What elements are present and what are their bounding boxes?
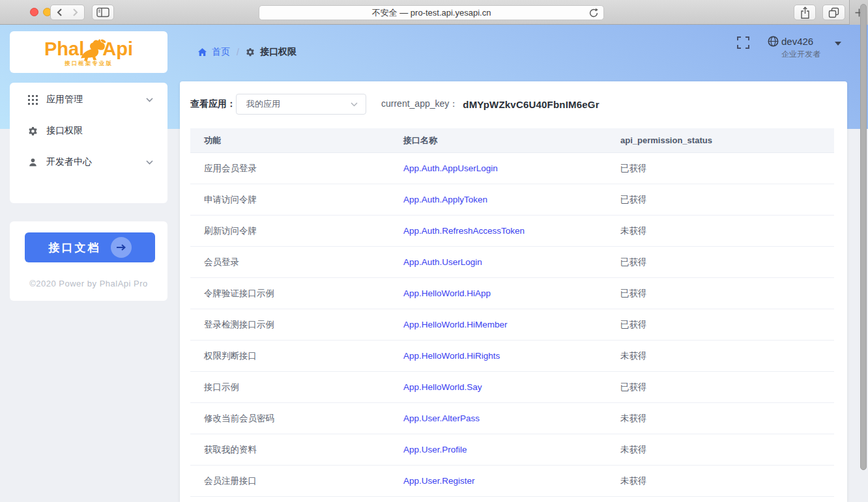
app-key-label: current_app_key： xyxy=(381,98,458,110)
share-icon xyxy=(800,7,810,19)
api-name-cell: App.User.Register xyxy=(403,476,620,486)
feature-cell: 会员注册接口 xyxy=(190,475,403,487)
grid-icon xyxy=(28,95,39,105)
address-bar[interactable]: 不安全 — pro-test.api.yesapi.cn xyxy=(259,5,604,20)
api-link[interactable]: App.HelloWorld.HiRights xyxy=(403,351,500,361)
sidebar-menu: 应用管理 接口权限 开发者中心 xyxy=(10,83,167,203)
dog-mascot-icon xyxy=(78,38,107,62)
app-select-value: 我的应用 xyxy=(246,98,351,110)
fullscreen-button[interactable] xyxy=(737,36,750,49)
sidebar-item-developer-center[interactable]: 开发者中心 xyxy=(10,146,167,178)
api-name-cell: App.User.Profile xyxy=(403,445,620,454)
address-bar-text: 不安全 — pro-test.api.yesapi.cn xyxy=(372,7,491,19)
logo-card[interactable]: Phal Api 接口框架专业版 xyxy=(10,31,167,73)
table-row: 刷新访问令牌 App.Auth.RefreshAccessToken 未获得 xyxy=(190,216,834,247)
api-name-cell: App.Auth.RefreshAccessToken xyxy=(403,226,620,236)
main-content-card: 查看应用： 我的应用 current_app_key： dMYpWZkvC6U4… xyxy=(180,81,847,502)
breadcrumb-current: 接口权限 xyxy=(246,46,297,58)
breadcrumb-separator: / xyxy=(237,47,239,57)
api-link[interactable]: App.User.Profile xyxy=(403,445,467,454)
safari-window: 不安全 — pro-test.api.yesapi.cn xyxy=(0,0,868,502)
api-link[interactable]: App.Auth.AppUserLogin xyxy=(403,163,498,173)
api-link[interactable]: App.User.AlterPass xyxy=(403,413,480,423)
sidebar-item-app-management[interactable]: 应用管理 xyxy=(10,84,167,115)
table-row: 修改当前会员密码 App.User.AlterPass 未获得 xyxy=(190,403,834,434)
breadcrumb-current-label: 接口权限 xyxy=(260,46,297,58)
table-row: 会员登录 App.Auth.UserLogin 已获得 xyxy=(190,247,834,278)
forward-button[interactable] xyxy=(67,5,85,20)
status-cell: 未获得 xyxy=(620,350,834,362)
gear-icon xyxy=(28,126,39,136)
user-icon xyxy=(28,158,39,167)
vertical-scrollbar[interactable] xyxy=(860,4,867,470)
feature-cell: 登录检测接口示例 xyxy=(190,319,403,331)
api-link[interactable]: App.Auth.RefreshAccessToken xyxy=(403,226,525,236)
table-row: 令牌验证接口示例 App.HelloWorld.HiApp 已获得 xyxy=(190,278,834,309)
api-name-cell: App.HelloWorld.HiApp xyxy=(403,288,620,298)
app-filter-row: 查看应用： 我的应用 current_app_key： dMYpWZkvC6U4… xyxy=(190,94,600,115)
user-role: 企业开发者 xyxy=(781,49,846,60)
api-link[interactable]: App.HelloWorld.HiMember xyxy=(403,320,508,329)
globe-icon xyxy=(768,36,779,47)
sidebar-item-api-permissions[interactable]: 接口权限 xyxy=(10,115,167,146)
api-docs-button-label: 接口文档 xyxy=(49,240,101,255)
table-row: 登录检测接口示例 App.HelloWorld.HiMember 已获得 xyxy=(190,309,834,341)
user-name-row: dev426 xyxy=(768,36,846,47)
api-name-cell: App.Auth.ApplyToken xyxy=(403,195,620,204)
api-name-cell: App.Auth.AppUserLogin xyxy=(403,163,620,173)
status-cell: 已获得 xyxy=(620,288,834,300)
back-button[interactable] xyxy=(50,5,68,20)
tab-overview-button[interactable] xyxy=(822,5,845,20)
feature-cell: 刷新访问令牌 xyxy=(190,225,403,237)
api-link[interactable]: App.Auth.UserLogin xyxy=(403,257,482,267)
logo-text-right: Api xyxy=(102,40,133,59)
api-name-cell: App.Auth.UserLogin xyxy=(403,257,620,267)
feature-cell: 令牌验证接口示例 xyxy=(190,288,403,300)
status-cell: 未获得 xyxy=(620,444,834,456)
feature-cell: 权限判断接口 xyxy=(190,350,403,362)
chevron-left-icon xyxy=(56,8,63,17)
filter-label: 查看应用： xyxy=(190,98,236,110)
sidebar-item-label: 开发者中心 xyxy=(46,156,92,168)
user-menu[interactable]: dev426 企业开发者 xyxy=(768,36,846,60)
table-row: 会员注册接口 App.User.Register 未获得 xyxy=(190,466,834,497)
home-icon xyxy=(197,48,207,57)
status-cell: 已获得 xyxy=(620,194,834,206)
api-link[interactable]: App.User.Register xyxy=(403,476,475,486)
breadcrumb: 首页 / 接口权限 xyxy=(197,45,297,59)
sidebar-icon xyxy=(96,7,109,18)
status-cell: 已获得 xyxy=(620,257,834,268)
api-link[interactable]: App.HelloWorld.HiApp xyxy=(403,288,491,298)
api-docs-button[interactable]: 接口文档 xyxy=(25,232,155,262)
chevron-down-icon xyxy=(146,160,153,165)
status-cell: 未获得 xyxy=(620,225,834,237)
share-button[interactable] xyxy=(794,5,816,20)
chevron-down-icon xyxy=(351,102,358,107)
api-link[interactable]: App.Auth.ApplyToken xyxy=(403,195,487,204)
close-window-button[interactable] xyxy=(30,8,38,16)
breadcrumb-home-label: 首页 xyxy=(212,46,230,58)
feature-cell: 申请访问令牌 xyxy=(190,194,403,206)
sidebar-toggle-button[interactable] xyxy=(92,5,114,20)
table-body: 应用会员登录 App.Auth.AppUserLogin 已获得 申请访问令牌 … xyxy=(190,153,834,497)
table-row: 应用会员登录 App.Auth.AppUserLogin 已获得 xyxy=(190,153,834,184)
app-key-value: dMYpWZkvC6U40FbnIM6eGr xyxy=(463,99,599,110)
feature-cell: 接口示例 xyxy=(190,382,403,393)
user-caret-icon[interactable] xyxy=(835,42,841,46)
api-link[interactable]: App.HelloWorld.Say xyxy=(403,382,482,392)
table-row: 申请访问令牌 App.Auth.ApplyToken 已获得 xyxy=(190,184,834,216)
table-row: 获取我的资料 App.User.Profile 未获得 xyxy=(190,434,834,466)
feature-cell: 修改当前会员密码 xyxy=(190,413,403,425)
user-name: dev426 xyxy=(781,36,813,47)
status-cell: 未获得 xyxy=(620,413,834,425)
feature-cell: 获取我的资料 xyxy=(190,444,403,456)
breadcrumb-home-link[interactable]: 首页 xyxy=(197,46,230,58)
api-name-cell: App.HelloWorld.HiMember xyxy=(403,320,620,329)
feature-cell: 应用会员登录 xyxy=(190,163,403,174)
permissions-table: 功能 接口名称 api_permission_status 应用会员登录 App… xyxy=(190,128,834,497)
status-cell: 已获得 xyxy=(620,319,834,331)
app-select[interactable]: 我的应用 xyxy=(236,94,366,115)
phalapi-logo: Phal Api xyxy=(44,36,133,59)
gear-icon xyxy=(246,48,255,57)
reload-icon[interactable] xyxy=(588,8,599,18)
